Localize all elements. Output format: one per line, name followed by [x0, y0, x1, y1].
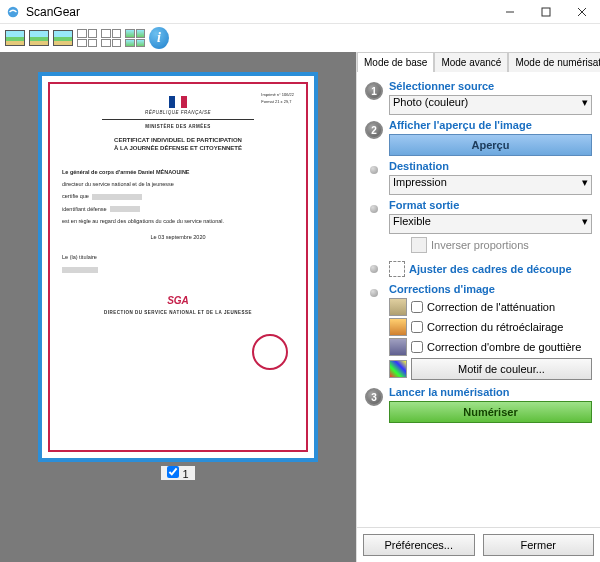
preview-selection[interactable]: Imprimé n° 106/22 Format 21 x 29,7 RÉPUB… [38, 72, 318, 462]
grid-empty-icon[interactable] [100, 27, 122, 49]
svg-rect-2 [542, 8, 550, 16]
gutter-icon [389, 338, 407, 356]
substep-dot [370, 289, 378, 297]
page-checkbox[interactable] [167, 466, 179, 478]
thumb-rotate-right-icon[interactable] [52, 27, 74, 49]
grid-filled-icon[interactable] [124, 27, 146, 49]
backlight-icon [389, 318, 407, 336]
french-flag-icon [169, 96, 187, 108]
invert-label: Inverser proportions [431, 239, 529, 251]
thumb-rotate-left-icon[interactable] [28, 27, 50, 49]
fade-icon [389, 298, 407, 316]
color-pattern-icon [389, 360, 407, 378]
stamp-icon [252, 334, 288, 370]
grid-select-all-icon[interactable] [76, 27, 98, 49]
step-3-badge: 3 [365, 388, 383, 406]
fade-check[interactable] [411, 301, 423, 313]
thumb-single-icon[interactable] [4, 27, 26, 49]
invert-icon[interactable] [411, 237, 427, 253]
step-1-badge: 1 [365, 82, 383, 100]
gutter-check[interactable] [411, 341, 423, 353]
mode-tabs: Mode de base Mode avancé Mode de numéris… [357, 52, 600, 72]
tab-auto[interactable]: Mode de numérisation automatique [508, 52, 600, 72]
color-pattern-button[interactable]: Motif de couleur... [411, 358, 592, 380]
preview-page-check[interactable]: 1 [161, 466, 194, 480]
step-1-title: Sélectionner source [389, 80, 592, 92]
crop-icon[interactable] [389, 261, 405, 277]
page-number: 1 [182, 468, 188, 480]
svg-point-0 [8, 6, 19, 17]
step-2-title: Afficher l'aperçu de l'image [389, 119, 592, 131]
footer: Préférences... Fermer [357, 527, 600, 562]
minimize-button[interactable] [492, 0, 528, 24]
step-2-badge: 2 [365, 121, 383, 139]
crop-link[interactable]: Ajuster des cadres de découpe [409, 263, 572, 275]
maximize-button[interactable] [528, 0, 564, 24]
substep-dot [370, 205, 378, 213]
window-title: ScanGear [26, 5, 492, 19]
document-preview: Imprimé n° 106/22 Format 21 x 29,7 RÉPUB… [48, 82, 308, 452]
corrections-title: Corrections d'image [389, 283, 592, 295]
tab-basic[interactable]: Mode de base [357, 52, 434, 72]
destination-title: Destination [389, 160, 592, 172]
format-select[interactable]: Flexible▾ [389, 214, 592, 234]
destination-select[interactable]: Impression▾ [389, 175, 592, 195]
close-panel-button[interactable]: Fermer [483, 534, 595, 556]
info-icon[interactable]: i [148, 27, 170, 49]
toolbar: i [0, 24, 600, 52]
scan-button[interactable]: Numériser [389, 401, 592, 423]
side-panel: Mode de base Mode avancé Mode de numéris… [356, 52, 600, 562]
preferences-button[interactable]: Préférences... [363, 534, 475, 556]
titlebar: ScanGear [0, 0, 600, 24]
step-3-title: Lancer la numérisation [389, 386, 592, 398]
substep-dot [370, 265, 378, 273]
substep-dot [370, 166, 378, 174]
preview-button[interactable]: Aperçu [389, 134, 592, 156]
app-icon [6, 5, 20, 19]
format-title: Format sortie [389, 199, 592, 211]
close-button[interactable] [564, 0, 600, 24]
source-select[interactable]: Photo (couleur)▾ [389, 95, 592, 115]
tab-advanced[interactable]: Mode avancé [434, 52, 508, 72]
preview-pane: Imprimé n° 106/22 Format 21 x 29,7 RÉPUB… [0, 52, 356, 562]
backlight-check[interactable] [411, 321, 423, 333]
